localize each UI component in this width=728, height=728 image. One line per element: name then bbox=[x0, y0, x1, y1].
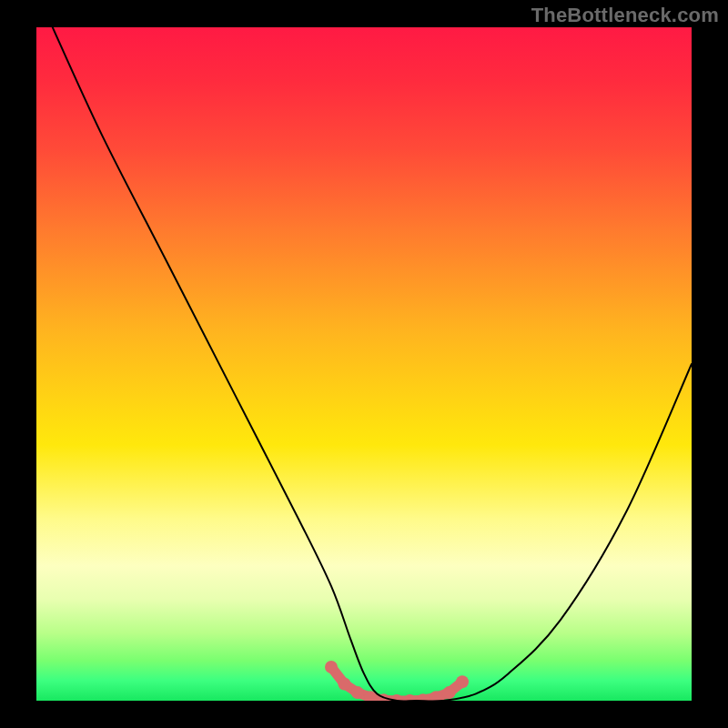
plot-area bbox=[36, 27, 692, 701]
bottleneck-curve bbox=[49, 27, 692, 701]
marker-layer bbox=[325, 661, 469, 701]
watermark-text: TheBottleneck.com bbox=[531, 4, 719, 27]
chart-container: TheBottleneck.com bbox=[0, 0, 728, 728]
marker-dot bbox=[443, 686, 456, 699]
marker-dot bbox=[338, 678, 350, 691]
curve-svg bbox=[36, 27, 692, 701]
marker-dot bbox=[403, 694, 416, 701]
marker-dot bbox=[456, 675, 469, 688]
marker-dot bbox=[325, 661, 338, 673]
marker-dot bbox=[351, 686, 364, 699]
